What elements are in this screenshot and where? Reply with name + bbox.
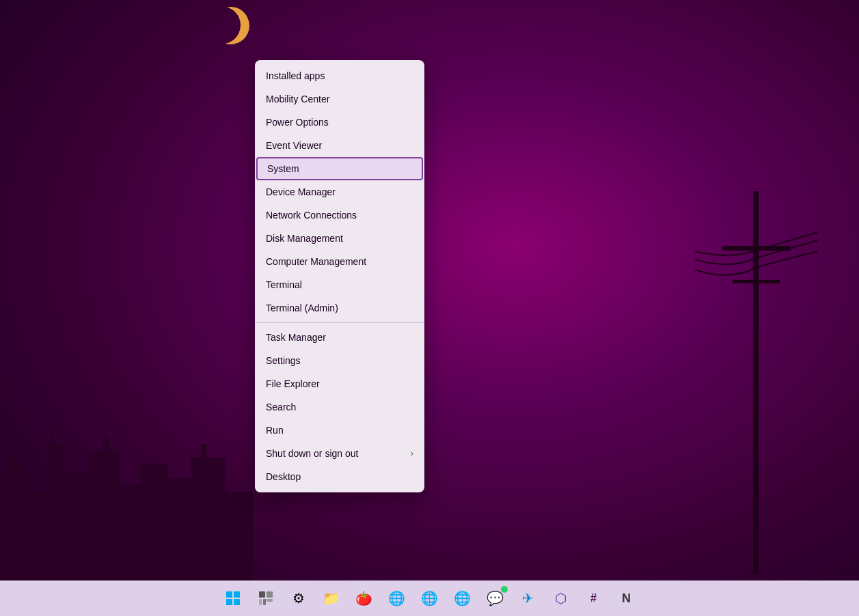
menu-item-mobility-center[interactable]: Mobility Center: [255, 87, 424, 111]
taskbar-icon-slack[interactable]: #: [579, 583, 609, 613]
menu-item-shut-down[interactable]: Shut down or sign out›: [255, 442, 424, 465]
settings-widget-icon: [258, 591, 273, 606]
svg-rect-0: [0, 471, 27, 580]
whatsapp-icon: 💬: [487, 590, 504, 606]
svg-rect-21: [234, 599, 240, 605]
menu-item-settings[interactable]: Settings: [255, 349, 424, 372]
system-settings-icon: ⚙: [292, 590, 305, 606]
svg-rect-14: [0, 567, 253, 580]
taskbar-icon-chrome-variant1[interactable]: 🌐: [382, 583, 412, 613]
svg-rect-8: [120, 485, 140, 580]
svg-rect-25: [263, 599, 266, 605]
menu-item-computer-management[interactable]: Computer Management: [255, 250, 424, 273]
taskbar-icon-box3d[interactable]: ⬡: [546, 583, 576, 613]
menu-item-file-explorer[interactable]: File Explorer: [255, 372, 424, 395]
menu-item-search[interactable]: Search: [255, 395, 424, 419]
svg-rect-17: [733, 280, 780, 283]
svg-rect-23: [267, 591, 273, 598]
menu-item-desktop[interactable]: Desktop: [255, 465, 424, 488]
taskbar-icon-chrome-variant3[interactable]: 🌐: [448, 583, 478, 613]
menu-separator: [255, 322, 424, 323]
taskbar-icon-chrome-variant2[interactable]: 🌐: [415, 583, 445, 613]
notion-icon: N: [622, 591, 631, 606]
menu-item-network-connections[interactable]: Network Connections: [255, 204, 424, 227]
menu-item-task-manager[interactable]: Task Manager: [255, 326, 424, 349]
taskbar: ⚙📁🍅🌐🌐🌐💬✈⬡#N: [0, 580, 859, 616]
slack-icon: #: [590, 592, 597, 604]
telegram-icon: ✈: [522, 590, 534, 606]
svg-rect-19: [234, 591, 240, 598]
taskbar-icon-app1[interactable]: 🍅: [349, 583, 379, 613]
taskbar-icon-settings-widget[interactable]: [251, 583, 281, 613]
menu-item-disk-management[interactable]: Disk Management: [255, 227, 424, 250]
menu-item-power-options[interactable]: Power Options: [255, 111, 424, 134]
svg-rect-12: [202, 444, 207, 458]
menu-item-terminal-admin[interactable]: Terminal (Admin): [255, 296, 424, 320]
taskbar-icon-start[interactable]: [218, 583, 248, 613]
city-silhouette-left: [0, 389, 253, 580]
svg-rect-1: [7, 458, 21, 471]
menu-item-event-viewer[interactable]: Event Viewer: [255, 134, 424, 157]
box3d-icon: ⬡: [555, 590, 567, 606]
menu-item-terminal[interactable]: Terminal: [255, 273, 424, 296]
menu-item-device-manager[interactable]: Device Manager: [255, 180, 424, 204]
taskbar-icon-notion[interactable]: N: [612, 583, 642, 613]
taskbar-icon-system-settings[interactable]: ⚙: [284, 583, 314, 613]
svg-rect-9: [140, 464, 167, 580]
taskbar-icon-telegram[interactable]: ✈: [513, 583, 543, 613]
svg-rect-11: [191, 458, 226, 580]
svg-rect-10: [167, 478, 191, 580]
desktop: Installed appsMobility CenterPower Optio…: [0, 0, 859, 616]
menu-item-run[interactable]: Run: [255, 419, 424, 442]
windows-logo-icon: [226, 591, 241, 606]
svg-rect-18: [226, 591, 232, 598]
file-manager-icon: 📁: [323, 590, 340, 606]
notification-badge-whatsapp: [501, 586, 508, 593]
taskbar-icon-whatsapp[interactable]: 💬: [480, 583, 510, 613]
context-menu: Installed appsMobility CenterPower Optio…: [255, 60, 424, 492]
svg-rect-22: [259, 591, 265, 598]
taskbar-icon-file-manager[interactable]: 📁: [316, 583, 346, 613]
submenu-chevron-shut-down: ›: [411, 449, 413, 458]
svg-rect-26: [267, 599, 273, 602]
chrome-variant3-icon: 🌐: [454, 590, 471, 606]
chrome-variant1-icon: 🌐: [388, 590, 405, 606]
moon-decoration: [206, 1, 254, 49]
svg-rect-5: [65, 471, 89, 580]
app1-icon: 🍅: [355, 590, 372, 606]
svg-rect-4: [50, 430, 53, 444]
svg-rect-20: [226, 599, 232, 605]
svg-rect-6: [89, 451, 120, 580]
svg-rect-7: [103, 437, 109, 451]
menu-item-system[interactable]: System: [256, 157, 423, 180]
svg-rect-24: [259, 599, 262, 605]
menu-item-installed-apps[interactable]: Installed apps: [255, 64, 424, 87]
power-pole-decoration: [695, 191, 818, 574]
chrome-variant2-icon: 🌐: [421, 590, 438, 606]
svg-rect-3: [48, 444, 65, 580]
